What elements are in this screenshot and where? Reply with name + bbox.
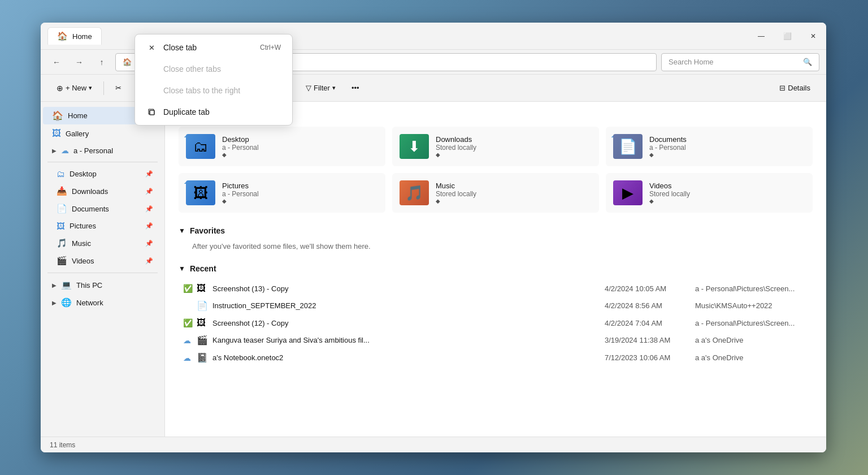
sidebar-item-network[interactable]: ▶ 🌐 Network (43, 294, 162, 311)
main-content: 🏠 Home 🖼 Gallery ▶ ☁ a - Personal 🗂 Desk… (41, 102, 826, 437)
desktop-name: Desktop (222, 135, 378, 144)
recent-item-3[interactable]: ✅ 🖼 Screenshot (12) - Copy 4/2/2024 7:04… (179, 314, 813, 331)
sidebar-item-videos[interactable]: 🎬 Videos 📌 (43, 252, 162, 269)
sidebar-item-music[interactable]: 🎵 Music 📌 (43, 235, 162, 252)
thispc-icon: 💻 (61, 280, 72, 290)
details-button[interactable]: ⊟ Details (772, 80, 817, 96)
minimize-button[interactable]: — (748, 23, 774, 50)
new-button[interactable]: ⊕ + New ▾ (50, 80, 99, 96)
svg-rect-1 (150, 110, 154, 115)
personal-cloud-icon: ☁ (61, 146, 69, 155)
recent-item-4[interactable]: ☁ 🎬 Kanguva teaser Suriya and Siva's amb… (179, 331, 813, 349)
videos-thumb: ▶ (613, 180, 643, 205)
downloads-info: Downloads Stored locally ◆ (436, 135, 592, 158)
sidebar-desktop-label: Desktop (70, 170, 97, 178)
sidebar-item-thispc[interactable]: ▶ 💻 This PC (43, 277, 162, 293)
music-thumb: 🎵 (400, 180, 429, 205)
sidebar-documents-label: Documents (72, 205, 109, 213)
sidebar-divider-1 (47, 162, 158, 162)
folder-documents[interactable]: ☁ 📄 Documents a - Personal ◆ (606, 127, 813, 166)
folder-downloads[interactable]: ⬇ Downloads Stored locally ◆ (392, 127, 599, 166)
sidebar-item-documents[interactable]: 📄 Documents 📌 (43, 200, 162, 217)
context-menu: ✕ Close tab Ctrl+W Close other tabs Clos… (134, 34, 293, 126)
search-box[interactable]: Search Home 🔍 (661, 53, 819, 71)
desktop-pin-diamond: ◆ (222, 152, 378, 158)
pin-icon-downloads: 📌 (145, 188, 153, 195)
desktop-sub: a - Personal (222, 144, 378, 152)
pin-icon-music: 📌 (145, 240, 153, 247)
ctx-close-tabs-right-label: Close tabs to the right (163, 86, 240, 95)
recent-header[interactable]: ▼ Recent (179, 264, 813, 273)
recent-date-2: 4/2/2024 8:56 AM (605, 301, 695, 310)
recent-file-icon-3: 🖼 (197, 318, 212, 328)
pin-icon-desktop: 📌 (145, 170, 153, 178)
sidebar-music-label: Music (72, 239, 91, 248)
videos-sub-text: Stored locally (649, 190, 690, 198)
item-count: 11 items (50, 441, 75, 449)
ctx-close-other-label: Close other tabs (163, 64, 221, 74)
back-button[interactable]: ← (47, 53, 66, 71)
sidebar-item-desktop[interactable]: 🗂 Desktop 📌 (43, 166, 162, 182)
new-label: + New (66, 84, 86, 92)
ctx-close-tabs-right: Close tabs to the right (135, 80, 292, 101)
forward-button[interactable]: → (70, 53, 88, 71)
recent-date-3: 4/2/2024 7:04 AM (605, 319, 695, 327)
downloads-folder-icon: 📥 (57, 186, 67, 196)
sidebar-gallery-label: Gallery (66, 129, 89, 138)
folder-music[interactable]: 🎵 Music Stored locally ◆ (392, 173, 599, 213)
pictures-folder-icon: 🖼 (57, 221, 65, 231)
home-tab[interactable]: 🏠 Home (47, 27, 102, 45)
favorites-title: Favorites (190, 226, 225, 235)
videos-pin-diamond: ◆ (649, 198, 805, 204)
pictures-sub-text: a - Personal (222, 190, 259, 198)
recent-title: Recent (190, 264, 216, 273)
pictures-thumb: 🖼 (186, 180, 215, 205)
ctx-duplicate-tab[interactable]: Duplicate tab (135, 101, 292, 123)
recent-name-1: Screenshot (13) - Copy (212, 284, 605, 293)
downloads-thumb: ⬇ (400, 134, 429, 159)
recent-list: ✅ 🖼 Screenshot (13) - Copy 4/2/2024 10:0… (179, 280, 813, 366)
recent-item-5[interactable]: ☁ 📓 a's Notebook.onetoc2 7/12/2023 10:06… (179, 349, 813, 366)
sidebar-item-personal[interactable]: ▶ ☁ a - Personal (43, 142, 162, 158)
downloads-sub: Stored locally (436, 144, 592, 152)
search-placeholder: Search Home (669, 58, 713, 66)
recent-date-5: 7/12/2023 10:06 AM (605, 353, 695, 362)
downloads-sub-text: Stored locally (436, 144, 476, 152)
close-tab-icon: ✕ (146, 42, 157, 53)
sidebar-downloads-label: Downloads (72, 187, 108, 196)
folder-desktop[interactable]: ☁ 🗂 Desktop a - Personal ◆ (179, 127, 385, 166)
music-folder-icon: 🎵 (57, 238, 67, 248)
cloud-icon-4: ☁ (183, 336, 191, 345)
file-area: ▼ Quick access ☁ 🗂 Desktop a - Pers (165, 102, 826, 437)
recent-item-1[interactable]: ✅ 🖼 Screenshot (13) - Copy 4/2/2024 10:0… (179, 280, 813, 297)
cut-button[interactable]: ✂ (108, 80, 128, 96)
recent-name-4: Kanguva teaser Suriya and Siva's ambitio… (212, 336, 605, 344)
ctx-close-tab-label: Close tab (163, 43, 197, 52)
maximize-button[interactable]: ⬜ (774, 23, 800, 50)
sidebar-item-gallery[interactable]: 🖼 Gallery (43, 125, 162, 142)
recent-item-2[interactable]: 📄 Instruction_SEPTEMBER_2022 4/2/2024 8:… (179, 297, 813, 314)
filter-button[interactable]: ▽ Filter ▾ (299, 80, 342, 96)
up-button[interactable]: ↑ (93, 53, 111, 71)
close-button[interactable]: ✕ (800, 23, 826, 50)
check-icon-3: ✅ (183, 318, 193, 327)
videos-name: Videos (649, 182, 805, 190)
recent-collapse-icon: ▼ (179, 265, 185, 273)
favorites-header[interactable]: ▼ Favorites (179, 226, 813, 235)
folder-videos[interactable]: ▶ Videos Stored locally ◆ (606, 173, 813, 213)
recent-status-1: ✅ (183, 284, 197, 293)
more-button[interactable]: ••• (345, 80, 366, 96)
folder-pictures[interactable]: ☁ 🖼 Pictures a - Personal ◆ (179, 173, 385, 213)
window-controls: — ⬜ ✕ (748, 23, 826, 50)
cut-icon: ✂ (115, 84, 121, 92)
recent-name-2: Instruction_SEPTEMBER_2022 (212, 301, 605, 310)
recent-path-2: Music\KMSAuto++2022 (695, 301, 808, 310)
ctx-close-tab[interactable]: ✕ Close tab Ctrl+W (135, 37, 292, 58)
sidebar-item-downloads[interactable]: 📥 Downloads 📌 (43, 183, 162, 200)
details-icon: ⊟ (779, 84, 785, 92)
sidebar-item-pictures[interactable]: 🖼 Pictures 📌 (43, 218, 162, 234)
recent-file-icon-4: 🎬 (197, 335, 212, 346)
downloads-name: Downloads (436, 135, 592, 144)
home-icon: 🏠 (52, 110, 63, 121)
pictures-name: Pictures (222, 182, 378, 190)
